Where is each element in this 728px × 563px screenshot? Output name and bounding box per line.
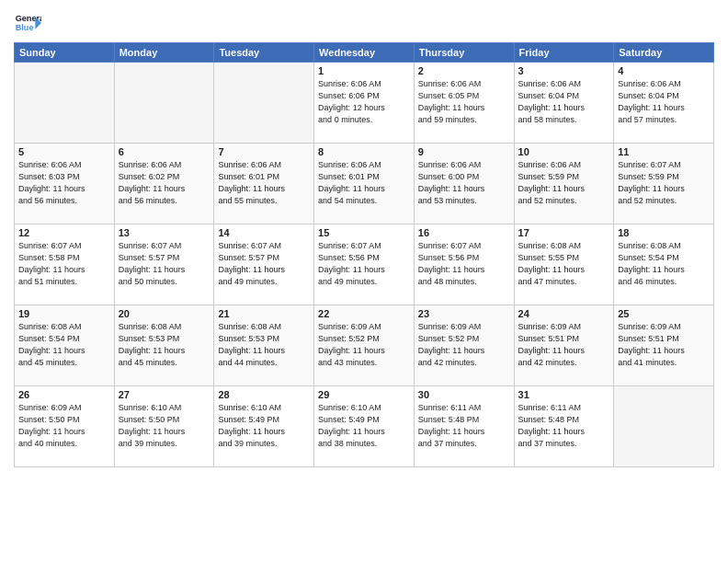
calendar-cell: 9Sunrise: 6:06 AM Sunset: 6:00 PM Daylig… xyxy=(414,144,514,224)
weekday-header-cell: Tuesday xyxy=(214,43,314,63)
day-number: 12 xyxy=(18,227,110,238)
day-info: Sunrise: 6:07 AM Sunset: 5:56 PM Dayligh… xyxy=(318,240,410,288)
day-info: Sunrise: 6:09 AM Sunset: 5:50 PM Dayligh… xyxy=(18,402,110,450)
weekday-header-cell: Friday xyxy=(514,43,614,63)
calendar-body: 1Sunrise: 6:06 AM Sunset: 6:06 PM Daylig… xyxy=(15,63,714,467)
calendar-cell: 14Sunrise: 6:07 AM Sunset: 5:57 PM Dayli… xyxy=(214,224,314,305)
day-info: Sunrise: 6:10 AM Sunset: 5:49 PM Dayligh… xyxy=(318,402,410,450)
calendar-cell: 29Sunrise: 6:10 AM Sunset: 5:49 PM Dayli… xyxy=(314,386,415,467)
day-number: 17 xyxy=(518,227,610,238)
day-number: 15 xyxy=(318,227,410,238)
day-info: Sunrise: 6:07 AM Sunset: 5:57 PM Dayligh… xyxy=(218,240,310,288)
weekday-header-cell: Monday xyxy=(114,43,214,63)
day-info: Sunrise: 6:09 AM Sunset: 5:52 PM Dayligh… xyxy=(318,321,410,369)
day-number: 29 xyxy=(318,389,410,400)
calendar-cell: 28Sunrise: 6:10 AM Sunset: 5:49 PM Dayli… xyxy=(214,386,314,467)
day-info: Sunrise: 6:09 AM Sunset: 5:52 PM Dayligh… xyxy=(418,321,510,369)
day-info: Sunrise: 6:06 AM Sunset: 5:59 PM Dayligh… xyxy=(518,159,610,207)
calendar-cell: 23Sunrise: 6:09 AM Sunset: 5:52 PM Dayli… xyxy=(414,305,514,386)
day-info: Sunrise: 6:08 AM Sunset: 5:54 PM Dayligh… xyxy=(18,321,110,369)
day-info: Sunrise: 6:10 AM Sunset: 5:50 PM Dayligh… xyxy=(119,402,210,450)
day-info: Sunrise: 6:06 AM Sunset: 6:04 PM Dayligh… xyxy=(618,78,710,126)
day-number: 16 xyxy=(418,227,510,238)
day-info: Sunrise: 6:08 AM Sunset: 5:54 PM Dayligh… xyxy=(618,240,710,288)
day-number: 19 xyxy=(18,308,110,319)
day-number: 14 xyxy=(218,227,310,238)
calendar-week-row: 1Sunrise: 6:06 AM Sunset: 6:06 PM Daylig… xyxy=(15,63,714,144)
day-info: Sunrise: 6:06 AM Sunset: 6:02 PM Dayligh… xyxy=(119,159,210,207)
calendar-cell: 26Sunrise: 6:09 AM Sunset: 5:50 PM Dayli… xyxy=(15,386,115,467)
day-number: 22 xyxy=(318,308,410,319)
day-info: Sunrise: 6:07 AM Sunset: 5:59 PM Dayligh… xyxy=(618,159,710,207)
calendar-cell: 19Sunrise: 6:08 AM Sunset: 5:54 PM Dayli… xyxy=(15,305,115,386)
day-number: 25 xyxy=(618,308,710,319)
calendar-cell: 22Sunrise: 6:09 AM Sunset: 5:52 PM Dayli… xyxy=(314,305,415,386)
weekday-header-cell: Saturday xyxy=(614,43,714,63)
calendar-cell: 2Sunrise: 6:06 AM Sunset: 6:05 PM Daylig… xyxy=(414,63,514,144)
calendar-week-row: 26Sunrise: 6:09 AM Sunset: 5:50 PM Dayli… xyxy=(15,386,714,467)
day-number: 13 xyxy=(119,227,210,238)
day-info: Sunrise: 6:07 AM Sunset: 5:57 PM Dayligh… xyxy=(119,240,210,288)
day-number: 10 xyxy=(518,146,610,157)
calendar-cell: 31Sunrise: 6:11 AM Sunset: 5:48 PM Dayli… xyxy=(514,386,614,467)
calendar-week-row: 19Sunrise: 6:08 AM Sunset: 5:54 PM Dayli… xyxy=(15,305,714,386)
calendar-cell: 17Sunrise: 6:08 AM Sunset: 5:55 PM Dayli… xyxy=(514,224,614,305)
calendar-cell: 6Sunrise: 6:06 AM Sunset: 6:02 PM Daylig… xyxy=(114,144,214,224)
weekday-header-cell: Sunday xyxy=(15,43,115,63)
calendar-cell: 10Sunrise: 6:06 AM Sunset: 5:59 PM Dayli… xyxy=(514,144,614,224)
calendar-cell: 12Sunrise: 6:07 AM Sunset: 5:58 PM Dayli… xyxy=(15,224,115,305)
day-info: Sunrise: 6:06 AM Sunset: 6:00 PM Dayligh… xyxy=(418,159,510,207)
day-number: 23 xyxy=(418,308,510,319)
calendar-cell: 21Sunrise: 6:08 AM Sunset: 5:53 PM Dayli… xyxy=(214,305,314,386)
day-info: Sunrise: 6:06 AM Sunset: 6:03 PM Dayligh… xyxy=(18,159,110,207)
day-info: Sunrise: 6:09 AM Sunset: 5:51 PM Dayligh… xyxy=(618,321,710,369)
day-number: 7 xyxy=(218,146,310,157)
day-info: Sunrise: 6:11 AM Sunset: 5:48 PM Dayligh… xyxy=(418,402,510,450)
calendar-cell xyxy=(614,386,714,467)
calendar-week-row: 12Sunrise: 6:07 AM Sunset: 5:58 PM Dayli… xyxy=(15,224,714,305)
weekday-header-cell: Thursday xyxy=(414,43,514,63)
day-info: Sunrise: 6:08 AM Sunset: 5:55 PM Dayligh… xyxy=(518,240,610,288)
day-number: 11 xyxy=(618,146,710,157)
calendar-cell: 4Sunrise: 6:06 AM Sunset: 6:04 PM Daylig… xyxy=(614,63,714,144)
calendar-cell: 24Sunrise: 6:09 AM Sunset: 5:51 PM Dayli… xyxy=(514,305,614,386)
day-info: Sunrise: 6:09 AM Sunset: 5:51 PM Dayligh… xyxy=(518,321,610,369)
day-info: Sunrise: 6:06 AM Sunset: 6:05 PM Dayligh… xyxy=(418,78,510,126)
day-info: Sunrise: 6:10 AM Sunset: 5:49 PM Dayligh… xyxy=(218,402,310,450)
svg-text:Blue: Blue xyxy=(16,23,34,32)
day-number: 2 xyxy=(418,65,510,76)
calendar-cell: 16Sunrise: 6:07 AM Sunset: 5:56 PM Dayli… xyxy=(414,224,514,305)
day-number: 8 xyxy=(318,146,410,157)
day-number: 21 xyxy=(218,308,310,319)
calendar-cell: 1Sunrise: 6:06 AM Sunset: 6:06 PM Daylig… xyxy=(314,63,415,144)
day-number: 28 xyxy=(218,389,310,400)
day-number: 20 xyxy=(119,308,210,319)
day-number: 3 xyxy=(518,65,610,76)
day-number: 30 xyxy=(418,389,510,400)
calendar-cell: 18Sunrise: 6:08 AM Sunset: 5:54 PM Dayli… xyxy=(614,224,714,305)
day-number: 24 xyxy=(518,308,610,319)
day-number: 5 xyxy=(18,146,110,157)
day-info: Sunrise: 6:06 AM Sunset: 6:06 PM Dayligh… xyxy=(318,78,410,126)
page: General Blue SundayMondayTuesdayWednesda… xyxy=(0,0,728,563)
calendar-cell xyxy=(114,63,214,144)
calendar-table: SundayMondayTuesdayWednesdayThursdayFrid… xyxy=(14,42,714,467)
day-info: Sunrise: 6:06 AM Sunset: 6:01 PM Dayligh… xyxy=(318,159,410,207)
day-number: 6 xyxy=(119,146,210,157)
day-info: Sunrise: 6:06 AM Sunset: 6:04 PM Dayligh… xyxy=(518,78,610,126)
calendar-cell: 11Sunrise: 6:07 AM Sunset: 5:59 PM Dayli… xyxy=(614,144,714,224)
day-number: 4 xyxy=(618,65,710,76)
weekday-header-row: SundayMondayTuesdayWednesdayThursdayFrid… xyxy=(15,43,714,63)
calendar-cell: 5Sunrise: 6:06 AM Sunset: 6:03 PM Daylig… xyxy=(15,144,115,224)
calendar-cell: 27Sunrise: 6:10 AM Sunset: 5:50 PM Dayli… xyxy=(114,386,214,467)
calendar-cell: 8Sunrise: 6:06 AM Sunset: 6:01 PM Daylig… xyxy=(314,144,415,224)
calendar-cell: 15Sunrise: 6:07 AM Sunset: 5:56 PM Dayli… xyxy=(314,224,415,305)
header: General Blue xyxy=(14,9,714,37)
calendar-week-row: 5Sunrise: 6:06 AM Sunset: 6:03 PM Daylig… xyxy=(15,144,714,224)
day-number: 9 xyxy=(418,146,510,157)
day-info: Sunrise: 6:06 AM Sunset: 6:01 PM Dayligh… xyxy=(218,159,310,207)
day-info: Sunrise: 6:07 AM Sunset: 5:56 PM Dayligh… xyxy=(418,240,510,288)
day-info: Sunrise: 6:08 AM Sunset: 5:53 PM Dayligh… xyxy=(218,321,310,369)
calendar-cell: 13Sunrise: 6:07 AM Sunset: 5:57 PM Dayli… xyxy=(114,224,214,305)
day-number: 18 xyxy=(618,227,710,238)
